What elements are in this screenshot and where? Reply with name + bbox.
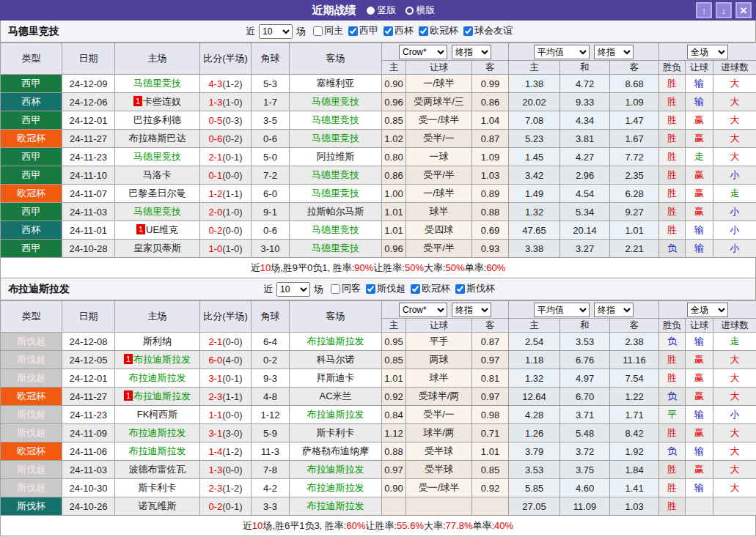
result-goals <box>713 497 756 516</box>
radio-unselected-icon <box>405 7 414 15</box>
corner-score: 0-6 <box>252 221 290 240</box>
filter-checkbox[interactable] <box>348 26 358 36</box>
team-label: 马德里竞技 <box>312 114 359 125</box>
score: 1-1(0-0) <box>200 406 252 424</box>
scope-select[interactable]: 全场 <box>687 45 728 59</box>
bookmaker-select[interactable]: Crow* <box>399 303 447 317</box>
result-winloss: 胜 <box>659 166 686 185</box>
section-header: 马德里竞技 近 10 场 同主西甲西杯欧冠杯球会友谊 <box>0 21 756 42</box>
summary-segment: 50% <box>405 262 424 273</box>
summary-segment: 50% <box>446 262 465 273</box>
fulltime-score: 1-2 <box>208 188 222 199</box>
filter-checkbox[interactable] <box>331 284 340 294</box>
filter-西杯[interactable]: 西杯 <box>383 24 414 37</box>
score: 2-1(0-1) <box>200 148 252 166</box>
avg-away-odds: 8.42 <box>610 424 659 442</box>
filter-checkbox[interactable] <box>455 284 465 294</box>
odds-time-select[interactable]: 终指 <box>452 303 491 317</box>
radio-vertical-layout[interactable]: 竖版 <box>367 4 397 17</box>
odds-time-select[interactable]: 终指 <box>452 45 491 59</box>
filter-checkbox[interactable] <box>419 26 428 36</box>
summary-segment: 场,胜9平0负1, 胜率: <box>271 262 354 275</box>
panel-title: 近期战绩 <box>312 4 356 18</box>
odds-away: 0.97 <box>472 388 509 406</box>
filter-checkbox[interactable] <box>313 26 323 36</box>
fulltime-score: 6-0 <box>208 355 222 366</box>
team-label: 布拉迪斯拉发 <box>129 427 186 438</box>
filter-球会友谊[interactable]: 球会友谊 <box>463 24 513 37</box>
summary-segment: 大率: <box>424 519 446 533</box>
team-label: 布拉迪斯拉发 <box>307 500 364 511</box>
match-date: 24-12-08 <box>62 333 115 351</box>
odds-handicap: 一/球半 <box>406 185 472 203</box>
near-label: 近 <box>246 25 255 38</box>
odds-away: 1.03 <box>472 166 509 185</box>
filter-斯伐杯[interactable]: 斯伐杯 <box>455 282 495 295</box>
odds-away: 0.98 <box>472 406 509 424</box>
result-goals: 走 <box>713 185 756 203</box>
filter-checkbox[interactable] <box>463 26 473 36</box>
filter-checkbox[interactable] <box>383 26 393 36</box>
corner-score: 6-4 <box>252 333 290 351</box>
team-label: 布拉迪斯拉发 <box>129 372 186 383</box>
bookmaker-select[interactable]: Crow* <box>399 45 447 59</box>
avg-away-odds: 1.71 <box>610 406 659 424</box>
odds-away: 0.99 <box>472 75 509 93</box>
filter-欧冠杯[interactable]: 欧冠杯 <box>419 24 458 37</box>
result-handicap <box>686 497 713 516</box>
corner-score: 0-2 <box>252 351 290 369</box>
league-badge: 西甲 <box>1 203 62 221</box>
fulltime-score: 1-3 <box>208 97 222 108</box>
filter-西甲[interactable]: 西甲 <box>348 24 378 37</box>
result-handicap: 赢 <box>686 461 713 479</box>
filter-同客[interactable]: 同客 <box>331 282 361 295</box>
odds-away: 0.86 <box>472 93 509 111</box>
recent-results-panel: 近期战绩 竖版 横版 ↑ ↓ ✕ 马德里竞技 近 10 场 同主西甲西杯欧冠杯球… <box>0 0 756 537</box>
col-home: 主场 <box>115 301 200 333</box>
average-select[interactable]: 平均值 <box>534 303 590 317</box>
result-handicap: 输 <box>686 221 713 240</box>
team-label: 拉斯帕尔马斯 <box>307 206 364 217</box>
match-date: 24-11-09 <box>62 424 115 442</box>
filter-同主[interactable]: 同主 <box>313 24 343 37</box>
odds-source-group: Crow*终指 <box>382 301 509 319</box>
move-up-button[interactable]: ↑ <box>696 2 712 18</box>
odds-away: 0.69 <box>472 221 509 240</box>
match-row: 西甲24-12-01巴拉多利德0-5(0-3)3-5马德里竞技0.85受一/球半… <box>1 111 756 130</box>
team-label: 阿拉维斯 <box>317 151 355 162</box>
average-select[interactable]: 平均值 <box>534 45 590 59</box>
score: 6-0(4-0) <box>200 351 252 369</box>
halftime-score: (0-1) <box>222 373 242 384</box>
away-team: 布拉迪斯拉发 <box>290 479 382 497</box>
corner-score: 3-10 <box>252 240 290 258</box>
move-down-button[interactable]: ↓ <box>716 2 732 18</box>
summary-segment: 让胜率: <box>365 519 397 533</box>
avg-away-odds: 1.09 <box>610 93 659 111</box>
match-row: 斯伐超24-12-08斯利纳2-1(0-0)6-4布拉迪斯拉发0.95平手0.8… <box>1 333 756 351</box>
team-label: 布拉迪斯拉发 <box>129 445 186 456</box>
fulltime-score: 2-3 <box>208 391 222 402</box>
match-count-select[interactable]: 10 <box>259 24 293 39</box>
filter-checkbox[interactable] <box>366 284 375 294</box>
avg-draw-odds: 20.14 <box>560 221 610 240</box>
match-count-select[interactable]: 10 <box>276 282 310 297</box>
team-label: 马德里竞技 <box>312 242 359 253</box>
filter-checkbox[interactable] <box>411 284 420 294</box>
score: 2-3(1-1) <box>200 388 252 406</box>
team-label: 马德里竞技 <box>133 151 181 162</box>
league-filter-checkboxes: 同主西甲西杯欧冠杯球会友谊 <box>308 24 513 38</box>
filter-欧冠杯[interactable]: 欧冠杯 <box>411 282 450 295</box>
odds-handicap: 受半/一 <box>406 406 472 424</box>
close-button[interactable]: ✕ <box>735 2 752 18</box>
filter-斯伐超[interactable]: 斯伐超 <box>366 282 405 295</box>
odds-handicap: 球半 <box>406 369 472 388</box>
scope-select[interactable]: 全场 <box>687 303 728 317</box>
home-team: 布拉迪斯拉发 <box>115 442 200 461</box>
fulltime-score: 0-5 <box>208 115 222 126</box>
radio-horizontal-layout[interactable]: 横版 <box>405 4 436 17</box>
avg-time-select[interactable]: 终指 <box>594 45 634 59</box>
avg-draw-odds: 11.09 <box>560 497 610 516</box>
odds-handicap: 一球 <box>406 148 472 166</box>
odds-away: 0.92 <box>472 479 509 497</box>
avg-time-select[interactable]: 终指 <box>594 303 634 317</box>
